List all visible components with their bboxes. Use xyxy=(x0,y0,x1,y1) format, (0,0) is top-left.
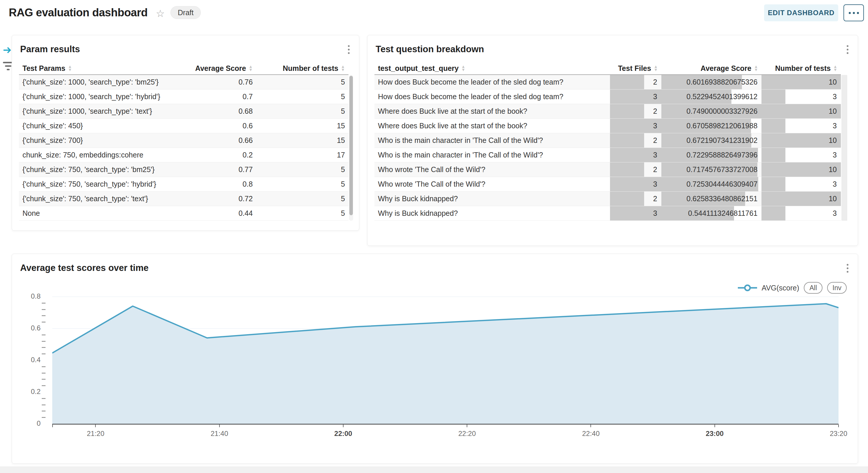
favorite-star-icon[interactable]: ☆ xyxy=(156,8,165,19)
y-axis-minor-tick xyxy=(42,335,45,335)
cell-value: 0.6721907341231902 xyxy=(661,133,762,147)
table-row: {'chunk_size': 750, 'search_type': 'text… xyxy=(19,192,348,206)
cell-test-files: 3 xyxy=(610,177,661,191)
table-row: Who wrote 'The Call of the Wild'?30.7253… xyxy=(374,177,841,192)
cell-value: 2 xyxy=(610,104,661,119)
sort-icon: ▲▼ xyxy=(754,65,758,71)
sort-icon: ▲▼ xyxy=(68,65,72,71)
x-axis-tick-label: 22:20 xyxy=(446,430,488,438)
cell-average-score: 0.72 xyxy=(200,192,256,206)
cell-test-params: {'chunk_size': 1000, 'search_type': 'bm2… xyxy=(19,75,200,89)
cell-number-of-tests: 3 xyxy=(762,206,841,221)
y-axis-minor-tick xyxy=(42,417,45,418)
cell-test-params: {'chunk_size': 700} xyxy=(19,133,200,147)
y-axis-tick-label: 0 xyxy=(17,419,40,428)
cell-average-score: 0.2 xyxy=(200,148,256,162)
cell-number-of-tests: 3 xyxy=(762,90,841,104)
x-axis-tick xyxy=(343,425,343,427)
x-axis-tick xyxy=(52,425,53,427)
x-axis-tick xyxy=(714,425,715,427)
cell-value: 3 xyxy=(762,119,841,133)
scrollbar-track[interactable] xyxy=(349,75,353,221)
cell-value: 3 xyxy=(610,206,661,221)
cell-value: 3 xyxy=(762,177,841,191)
y-axis-minor-tick xyxy=(42,373,45,374)
cell-average-score: 0.6 xyxy=(200,119,256,133)
sort-icon: ▲▼ xyxy=(461,65,465,71)
column-header-test-files[interactable]: Test Files▲▼ xyxy=(610,64,661,73)
y-axis-minor-tick xyxy=(42,315,45,316)
table-header-row: test_output_test_query▲▼ Test Files▲▼ Av… xyxy=(374,62,841,75)
y-axis-tick-label: 0.2 xyxy=(17,387,40,396)
cell-number-of-tests: 10 xyxy=(762,192,841,206)
cell-test-params: None xyxy=(19,206,200,221)
cell-test-query: Where does Buck live at the start of the… xyxy=(374,104,610,119)
area-chart-plot[interactable] xyxy=(52,292,839,424)
kebab-menu-icon[interactable] xyxy=(845,262,850,274)
dashboard-header: RAG evaluation dashboard ☆ Draft EDIT DA… xyxy=(0,0,868,26)
x-axis-tick xyxy=(95,425,96,427)
cell-value: 3 xyxy=(762,206,841,221)
edit-dashboard-button[interactable]: EDIT DASHBOARD xyxy=(764,4,838,21)
cell-number-of-tests: 10 xyxy=(762,75,841,89)
x-axis-line xyxy=(52,424,839,425)
table-row: Where does Buck live at the start of the… xyxy=(374,119,841,133)
scrollbar-track[interactable] xyxy=(841,75,847,221)
cell-average-score: 0.68 xyxy=(200,104,256,119)
y-axis-minor-tick xyxy=(42,379,45,380)
y-axis-minor-tick xyxy=(42,398,45,399)
cell-test-params: {'chunk_size': 450} xyxy=(19,119,200,133)
cell-average-score: 0.6016938820675326 xyxy=(661,75,762,89)
column-header-average-score[interactable]: Average Score▲▼ xyxy=(661,64,762,73)
x-axis-tick-label: 21:20 xyxy=(75,430,116,438)
cell-average-score: 0.76 xyxy=(200,75,256,89)
cell-average-score: 0.7229588826497396 xyxy=(661,148,762,162)
cell-test-files: 3 xyxy=(610,90,661,104)
y-axis-minor-tick xyxy=(42,411,45,411)
kebab-menu-icon[interactable] xyxy=(845,43,850,56)
cell-number-of-tests: 5 xyxy=(256,177,348,191)
cell-value: 2 xyxy=(610,192,661,206)
cell-average-score: 0.44 xyxy=(200,206,256,221)
cell-average-score: 0.6721907341231902 xyxy=(661,133,762,147)
table-row: How does Buck become the leader of the s… xyxy=(374,90,841,104)
y-axis-minor-tick xyxy=(42,353,45,354)
kebab-menu-icon[interactable] xyxy=(346,43,351,56)
cell-number-of-tests: 15 xyxy=(256,119,348,133)
cell-test-files: 3 xyxy=(610,206,661,221)
cell-average-score: 0.7253044446309407 xyxy=(661,177,762,191)
table-row: {'chunk_size': 450}0.615 xyxy=(19,119,348,133)
column-header-number-of-tests[interactable]: Number of tests▲▼ xyxy=(256,64,348,73)
cell-value: 0.7253044446309407 xyxy=(661,177,762,191)
y-axis-minor-tick xyxy=(42,404,45,405)
column-header-average-score[interactable]: Average Score▲▼ xyxy=(200,64,256,73)
scrollbar-thumb[interactable] xyxy=(349,76,353,215)
table-row: {'chunk_size': 750, 'search_type': 'hybr… xyxy=(19,177,348,192)
card-title: Param results xyxy=(20,44,80,55)
status-badge: Draft xyxy=(170,6,201,19)
cell-value: 0.6016938820675326 xyxy=(661,75,762,89)
x-axis-tick-label: 21:40 xyxy=(199,430,240,438)
y-axis-minor-tick xyxy=(42,347,45,348)
table-row: Why is Buck kidnapped?20.625833648086215… xyxy=(374,192,841,206)
table-row: Who is the main character in 'The Call o… xyxy=(374,133,841,148)
cell-number-of-tests: 3 xyxy=(762,148,841,162)
y-axis-tick-label: 0.6 xyxy=(17,324,40,332)
cell-average-score: 0.7 xyxy=(200,90,256,104)
cell-number-of-tests: 3 xyxy=(762,177,841,191)
cell-test-query: Where does Buck live at the start of the… xyxy=(374,119,610,133)
more-actions-button[interactable] xyxy=(843,4,864,21)
cell-value: 3 xyxy=(610,119,661,133)
cell-test-query: Who wrote 'The Call of the Wild'? xyxy=(374,162,610,177)
table-row: {'chunk_size': 1000, 'search_type': 'tex… xyxy=(19,104,348,119)
column-header-number-of-tests[interactable]: Number of tests▲▼ xyxy=(762,64,841,73)
cell-value: 3 xyxy=(610,177,661,191)
cell-value: 0.7490000003327926 xyxy=(661,104,762,119)
cell-test-files: 2 xyxy=(610,75,661,89)
question-breakdown-card: Test question breakdown test_output_test… xyxy=(367,35,858,246)
sort-icon: ▲▼ xyxy=(341,65,345,71)
column-header-test-query[interactable]: test_output_test_query▲▼ xyxy=(374,64,610,73)
cell-average-score: 0.7490000003327926 xyxy=(661,104,762,119)
column-header-test-params[interactable]: Test Params▲▼ xyxy=(19,64,200,73)
legend-line-marker-icon[interactable] xyxy=(738,284,757,291)
